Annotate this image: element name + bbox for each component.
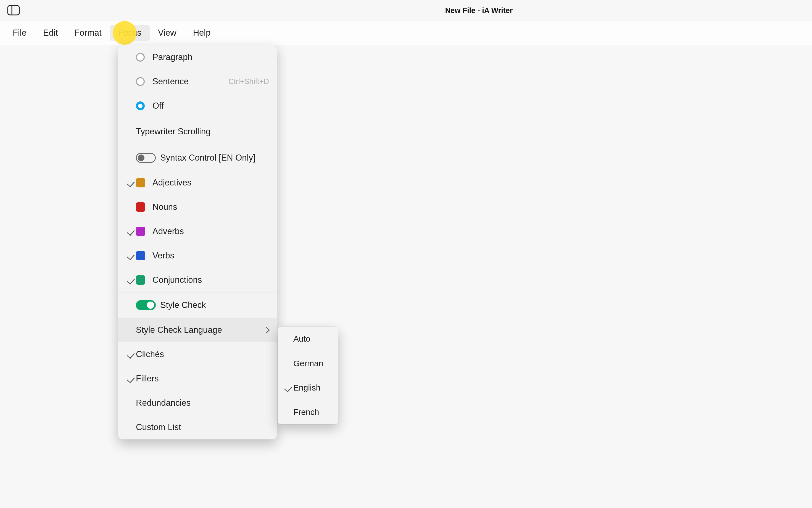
menu-item-label: French xyxy=(293,408,333,417)
window-title: New File - iA Writer xyxy=(445,6,513,15)
menu-item-label: Custom List xyxy=(136,422,269,432)
focus-mode-off[interactable]: Off xyxy=(118,94,277,118)
syntax-adjectives[interactable]: Adjectives xyxy=(118,171,277,195)
radio-icon xyxy=(136,53,145,61)
syntax-nouns[interactable]: Nouns xyxy=(118,195,277,219)
typewriter-scrolling[interactable]: Typewriter Scrolling xyxy=(118,118,277,145)
menu-item-label: Clichés xyxy=(136,349,269,359)
toggle-off-icon xyxy=(136,153,156,163)
check-icon xyxy=(127,252,135,259)
lang-english[interactable]: English xyxy=(278,376,338,400)
style-custom-list[interactable]: Custom List xyxy=(118,415,277,439)
check-icon xyxy=(127,375,135,382)
svg-rect-0 xyxy=(8,5,19,15)
menu-item-label: English xyxy=(293,383,333,392)
focus-mode-paragraph[interactable]: Paragraph xyxy=(118,45,277,69)
menu-item-label: Off xyxy=(152,101,269,111)
color-swatch-icon xyxy=(136,227,145,236)
menu-item-label: Auto xyxy=(293,334,333,344)
style-check-language[interactable]: Style Check Language xyxy=(118,318,277,342)
syntax-conjunctions[interactable]: Conjunctions xyxy=(118,268,277,292)
menu-item-label: Redundancies xyxy=(136,398,269,408)
menu-item-label: Fillers xyxy=(136,374,269,384)
chevron-right-icon xyxy=(264,327,269,333)
menu-item-label: Style Check Language xyxy=(136,325,262,335)
lang-german[interactable]: German xyxy=(278,351,338,376)
color-swatch-icon xyxy=(136,275,145,285)
menu-item-label: Conjunctions xyxy=(152,275,269,285)
menu-item-label: Typewriter Scrolling xyxy=(136,127,269,136)
focus-menu-popup: Paragraph Sentence Ctrl+Shift+D Off Type… xyxy=(118,45,277,439)
style-redundancies[interactable]: Redundancies xyxy=(118,391,277,415)
style-check-toggle[interactable]: Style Check xyxy=(118,292,277,318)
color-swatch-icon xyxy=(136,251,145,260)
syntax-adverbs[interactable]: Adverbs xyxy=(118,219,277,244)
lang-french[interactable]: French xyxy=(278,400,338,424)
style-fillers[interactable]: Fillers xyxy=(118,367,277,391)
style-cliches[interactable]: Clichés xyxy=(118,342,277,367)
check-icon xyxy=(127,277,135,284)
lang-auto[interactable]: Auto xyxy=(278,327,338,351)
menu-format[interactable]: Format xyxy=(66,25,110,41)
syntax-control-toggle[interactable]: Syntax Control [EN Only] xyxy=(118,145,277,171)
menu-item-label: Adjectives xyxy=(152,178,269,188)
check-icon xyxy=(127,228,135,235)
menu-item-label: Verbs xyxy=(152,251,269,261)
menu-item-label: Sentence xyxy=(152,77,228,86)
menu-item-label: Nouns xyxy=(152,202,269,212)
focus-mode-sentence[interactable]: Sentence Ctrl+Shift+D xyxy=(118,69,277,94)
menu-item-label: German xyxy=(293,359,333,368)
sidebar-icon xyxy=(7,5,20,15)
sidebar-toggle-button[interactable] xyxy=(7,5,20,15)
menu-bar: File Edit Format Focus View Help xyxy=(0,21,812,45)
menu-item-label: Adverbs xyxy=(152,226,269,236)
color-swatch-icon xyxy=(136,178,145,187)
menu-focus[interactable]: Focus xyxy=(110,25,150,41)
radio-icon xyxy=(136,77,145,86)
radio-selected-icon xyxy=(136,101,145,110)
menu-item-label: Style Check xyxy=(160,300,269,310)
menu-view[interactable]: View xyxy=(150,25,185,41)
check-icon xyxy=(127,351,135,358)
check-icon xyxy=(127,179,135,186)
menu-help[interactable]: Help xyxy=(185,25,219,41)
menu-file[interactable]: File xyxy=(4,25,35,41)
check-icon xyxy=(285,384,292,391)
color-swatch-icon xyxy=(136,202,145,212)
menu-item-shortcut: Ctrl+Shift+D xyxy=(228,77,269,86)
syntax-verbs[interactable]: Verbs xyxy=(118,244,277,268)
menu-item-label: Paragraph xyxy=(152,52,269,62)
toggle-on-icon xyxy=(136,300,156,310)
style-check-language-submenu: Auto German English French xyxy=(278,327,338,424)
menu-edit[interactable]: Edit xyxy=(35,25,66,41)
menu-item-label: Syntax Control [EN Only] xyxy=(160,153,269,163)
title-bar: New File - iA Writer xyxy=(0,0,812,21)
